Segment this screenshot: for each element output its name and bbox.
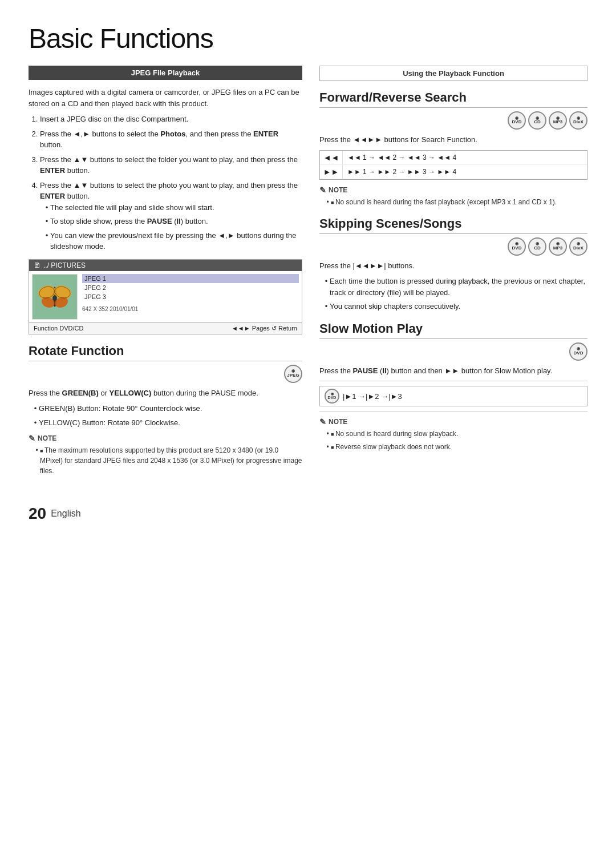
forward-note: NOTE No sound is heard during the fast p… [319,185,587,207]
rotate-disc-badges: ◉ JPEG [29,365,302,383]
skipping-bullet-1: Each time the button is pressed during p… [330,276,587,298]
bullet-2: To stop slide show, press the PAUSE (II)… [50,216,302,227]
slow-motion-row: ◉DVD |►1 →|►2 →|►3 [319,386,587,406]
right-column: Using the Playback Function Forward/Reve… [319,66,587,482]
slow-motion-values: |►1 →|►2 →|►3 [343,392,402,401]
slow-motion-note-list: No sound is heard during slow playback. … [319,429,587,452]
file-browser-body: JPEG 1 JPEG 2 JPEG 3 642 X 352 2010/01/0… [29,271,302,322]
file-browser-header: ../ PICTURES [29,260,302,271]
file-thumbnail [32,274,78,320]
bullet-1: The selected file will play and slide sh… [50,202,302,213]
slow-motion-note-item-1: No sound is heard during slow playback. [331,429,587,439]
jpeg-badge: ◉ JPEG [284,365,302,383]
forward-values: ►► 1 → ►► 2 → ►► 3 → ►► 4 [343,165,461,179]
butterfly-image [33,275,77,319]
dvd-small-badge: ◉DVD [325,389,339,404]
forward-icon: ►► [320,165,343,179]
speed-row-1: ◄◄ ◄◄ 1 → ◄◄ 2 → ◄◄ 3 → ◄◄ 4 [320,151,587,165]
step-4-bullets: The selected file will play and slide sh… [40,202,302,252]
rotate-note-title: NOTE [29,434,302,443]
divx-badge-2: ◉DivX [569,237,587,256]
rewind-icon: ◄◄ [320,151,343,164]
cd-badge-2: ◉CD [528,237,546,256]
dvd-badge-1: ◉DVD [508,111,526,130]
speed-table: ◄◄ ◄◄ 1 → ◄◄ 2 → ◄◄ 3 → ◄◄ 4 ►► ►► 1 → ►… [319,150,587,180]
rotate-bullet-1: GREEN(B) Button: Rotate 90° Counterclock… [39,403,302,414]
step-1: Insert a JPEG disc on the disc Compartme… [40,114,302,125]
file-list: JPEG 1 JPEG 2 JPEG 3 642 X 352 2010/01/0… [82,274,299,320]
rewind-values: ◄◄ 1 → ◄◄ 2 → ◄◄ 3 → ◄◄ 4 [343,151,461,164]
page-title: Basic Functions [29,23,587,54]
footer-left: Function DVD/CD [34,325,83,332]
bullet-3: You can view the previous/next file by p… [50,230,302,252]
divx-badge-1: ◉DivX [569,111,587,130]
forward-disc-badges: ◉DVD ◉CD ◉MP3 ◉DivX [319,111,587,130]
slow-motion-title: Slow Motion Play [319,321,587,339]
file-item-2: JPEG 2 [82,283,299,292]
language-label: English [51,509,80,519]
rotate-bullet-2: YELLOW(C) Button: Rotate 90° Clockwise. [39,417,302,429]
skipping-disc-badges: ◉DVD ◉CD ◉MP3 ◉DivX [319,237,587,256]
file-item-1: JPEG 1 [82,274,299,283]
slow-motion-divider-2 [319,411,587,412]
file-meta: 642 X 352 2010/01/01 [82,306,299,312]
skipping-bullets: Each time the button is pressed during p… [319,276,587,312]
forward-reverse-title: Forward/Reverse Search [319,90,587,108]
file-browser-footer: Function DVD/CD ◄◄► Pages ↺ Return [29,322,302,334]
page-number: 20 [29,505,46,523]
slow-motion-divider [319,381,587,381]
forward-note-item-1: No sound is heard during the fast playba… [331,197,587,207]
rotate-note: NOTE The maximum resolutions supported b… [29,434,302,476]
cd-badge-1: ◉CD [528,111,546,130]
forward-note-title: NOTE [319,185,587,195]
page-number-row: 20 English [29,505,587,523]
footer-right: ◄◄► Pages ↺ Return [232,325,297,332]
slow-motion-note-item-2: Reverse slow playback does not work. [331,442,587,452]
slow-motion-note-title: NOTE [319,417,587,426]
rotate-function-title: Rotate Function [29,344,302,361]
step-2: Press the ◄,► buttons to select the Phot… [40,128,302,151]
step-4: Press the ▲▼ buttons to select the photo… [40,180,302,252]
left-column: JPEG File Playback Images captured with … [29,66,302,482]
jpeg-steps: Insert a JPEG disc on the disc Compartme… [29,114,302,252]
forward-intro: Press the ◄◄►► buttons for Search Functi… [319,134,587,146]
rotate-bullets: GREEN(B) Button: Rotate 90° Counterclock… [29,403,302,428]
rotate-note-item-1: The maximum resolutions supported by thi… [40,445,302,476]
mp3-badge-1: ◉MP3 [549,111,567,130]
playback-function-header: Using the Playback Function [319,66,587,81]
file-item-3: JPEG 3 [82,292,299,301]
step-3: Press the ▲▼ buttons to select the folde… [40,154,302,176]
mp3-badge-2: ◉MP3 [549,237,567,256]
speed-row-2: ►► ►► 1 → ►► 2 → ►► 3 → ►► 4 [320,165,587,179]
file-browser: ../ PICTURES [29,259,302,334]
skipping-bullet-2: You cannot skip chapters consecutively. [330,301,587,312]
rotate-note-list: The maximum resolutions supported by thi… [29,445,302,476]
jpeg-file-playback-header: JPEG File Playback [29,66,302,80]
slow-motion-intro: Press the PAUSE (II) button and then ►► … [319,365,587,377]
rotate-intro: Press the GREEN(B) or YELLOW(C) button d… [29,388,302,399]
skipping-intro: Press the |◄◄►►| buttons. [319,260,587,272]
slow-motion-note: NOTE No sound is heard during slow playb… [319,417,587,452]
skipping-title: Skipping Scenes/Songs [319,216,587,234]
dvd-badge-2: ◉DVD [508,237,526,256]
jpeg-intro: Images captured with a digital camera or… [29,87,302,109]
forward-note-list: No sound is heard during the fast playba… [319,197,587,207]
dvd-badge-3: ◉DVD [569,342,587,361]
slow-motion-disc-badges: ◉DVD [319,342,587,361]
